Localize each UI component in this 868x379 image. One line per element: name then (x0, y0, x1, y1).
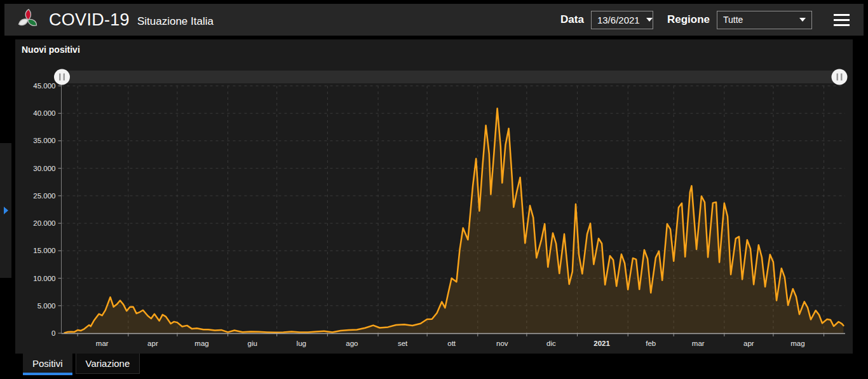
chevron-right-icon (4, 207, 8, 214)
x-axis-label: mar (96, 340, 109, 347)
chart-panel: 05.00010.00015.00020.00025.00030.00035.0… (15, 39, 853, 354)
y-axis-label: 35.000 (33, 137, 55, 144)
page: COVID-19 Situazione Italia Data 13/6/202… (0, 0, 868, 379)
time-range-slider-track[interactable] (61, 71, 846, 83)
tab-bar: Positivi Variazione (23, 354, 140, 375)
slider-left-handle[interactable] (54, 69, 70, 85)
x-axis-label: dic (546, 340, 556, 347)
protezione-civile-logo (17, 7, 40, 32)
region-select[interactable]: Tutte (717, 11, 812, 29)
app-header: COVID-19 Situazione Italia Data 13/6/202… (4, 4, 864, 36)
tab-variazione[interactable]: Variazione (76, 354, 140, 374)
x-axis-label: giu (247, 340, 257, 347)
y-axis-label: 40.000 (33, 109, 55, 117)
region-label: Regione (667, 13, 710, 26)
x-axis-label: 2021 (593, 340, 610, 347)
x-axis-label: apr (743, 340, 754, 347)
x-axis-label: mar (692, 340, 705, 347)
x-axis-label: ago (346, 340, 358, 347)
x-axis-label: feb (646, 340, 656, 347)
x-axis-label: mag (790, 340, 804, 347)
y-axis-label: 5.000 (37, 302, 56, 310)
chart-title: Nuovi positivi (22, 45, 80, 55)
x-axis-label: ott (447, 340, 456, 347)
region-select-value: Tutte (723, 15, 743, 25)
x-axis-label: lug (297, 340, 306, 347)
y-axis-label: 15.000 (33, 247, 55, 254)
y-axis-label: 30.000 (33, 165, 55, 172)
date-select-value: 13/6/2021 (597, 15, 640, 25)
y-axis-label: 10.000 (33, 275, 55, 282)
nuovi-positivi-chart: 05.00010.00015.00020.00025.00030.00035.0… (15, 39, 853, 354)
tab-positivi[interactable]: Positivi (23, 354, 72, 375)
date-select[interactable]: 13/6/2021 (591, 11, 653, 29)
date-label: Data (560, 13, 584, 26)
left-panel-expander[interactable] (0, 143, 11, 278)
y-axis-label: 45.000 (33, 82, 55, 90)
app-title: COVID-19 (49, 10, 130, 30)
y-axis-label: 20.000 (33, 219, 55, 227)
app-subtitle: Situazione Italia (137, 15, 214, 28)
menu-icon[interactable] (832, 13, 851, 27)
y-axis-label: 0 (51, 329, 55, 337)
y-axis-label: 25.000 (33, 192, 55, 200)
series-area (65, 108, 844, 333)
x-axis-label: mag (194, 340, 208, 347)
chevron-down-icon (799, 18, 806, 22)
x-axis-label: nov (496, 340, 508, 347)
chevron-down-icon (646, 18, 653, 22)
x-axis-label: apr (147, 340, 158, 347)
x-axis-label: set (398, 340, 408, 347)
slider-right-handle[interactable] (832, 69, 848, 85)
